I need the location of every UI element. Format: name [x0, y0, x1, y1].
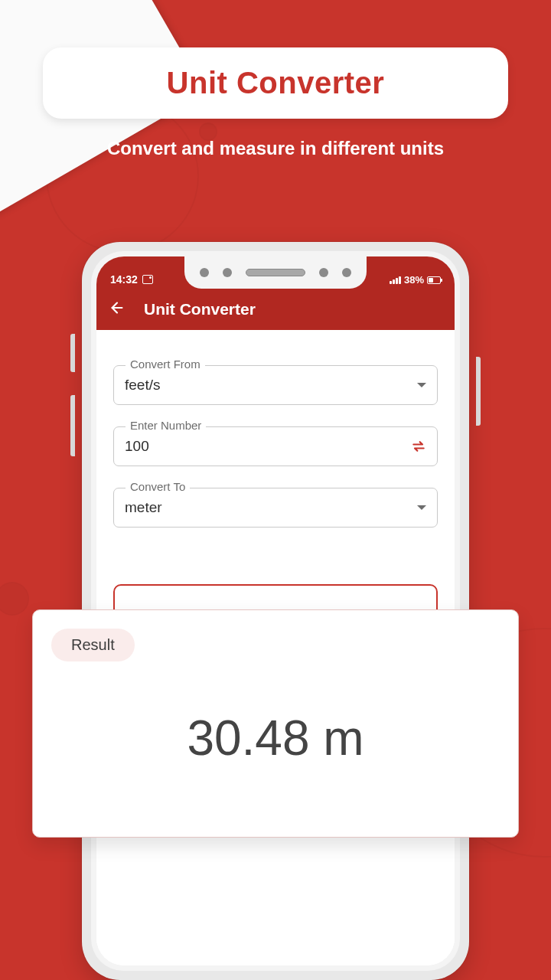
status-time: 14:32 — [110, 273, 138, 286]
promo-title-card: Unit Converter — [43, 47, 508, 119]
result-card: Result 30.48 m — [32, 609, 519, 838]
convert-to-value: meter — [125, 499, 162, 516]
result-pill: Result — [51, 629, 135, 662]
convert-from-field[interactable]: Convert From feet/s — [113, 365, 438, 405]
chevron-down-icon — [417, 505, 426, 510]
convert-to-label: Convert To — [126, 480, 190, 493]
battery-percent: 38% — [404, 274, 424, 286]
phone-notch — [184, 256, 367, 289]
signal-icon — [390, 276, 401, 284]
swap-icon[interactable] — [411, 439, 426, 454]
promo-subtitle: Convert and measure in different units — [46, 136, 505, 161]
back-arrow-icon[interactable] — [109, 299, 126, 319]
result-value: 30.48 m — [33, 710, 518, 766]
convert-from-value: feet/s — [125, 377, 160, 394]
app-title: Unit Converter — [144, 300, 256, 318]
promo-title: Unit Converter — [66, 66, 485, 100]
chevron-down-icon — [417, 383, 426, 387]
enter-number-value: 100 — [125, 438, 149, 455]
convert-from-label: Convert From — [126, 358, 205, 371]
convert-to-field[interactable]: Convert To meter — [113, 488, 438, 528]
image-icon — [142, 275, 153, 284]
battery-icon — [427, 276, 441, 284]
result-label: Result — [71, 636, 115, 653]
app-header: Unit Converter — [96, 289, 455, 330]
enter-number-field[interactable]: Enter Number 100 — [113, 426, 438, 466]
enter-number-label: Enter Number — [126, 419, 206, 432]
